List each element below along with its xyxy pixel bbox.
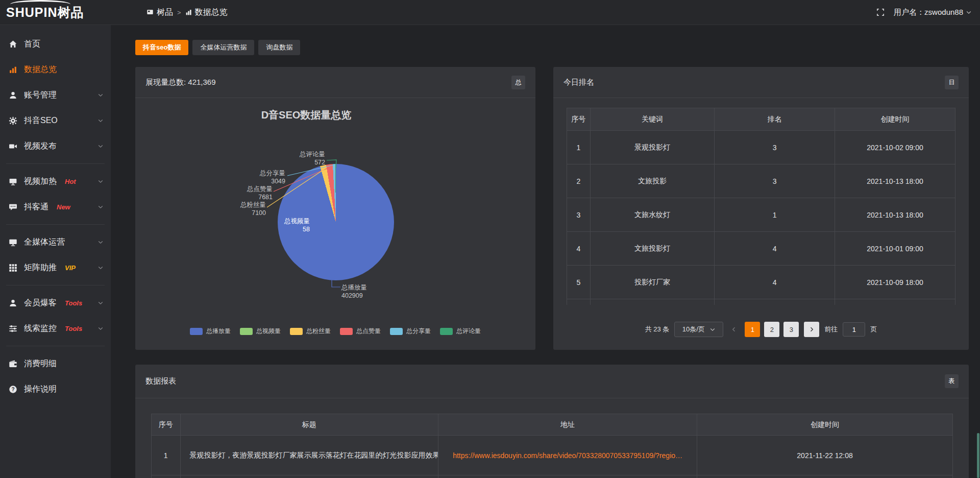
tab-1[interactable]: 全媒体运营数据 (192, 40, 254, 55)
gear-icon (9, 116, 17, 125)
chevron-down-icon (97, 325, 104, 331)
sidebar-divider (6, 224, 105, 225)
table-cell: 4 (567, 232, 591, 266)
sidebar-item-account-management[interactable]: 账号管理 (0, 82, 111, 108)
page-button-3[interactable]: 3 (783, 322, 799, 337)
monitor-icon (9, 238, 17, 247)
legend-swatch (240, 328, 253, 335)
overview-panel: 展现量总数: 421,369 总 D音SEO数据量总览 总评论量572 总分享量… (135, 67, 535, 350)
column-header: 标题 (180, 414, 438, 436)
table-cell: 1 (567, 131, 591, 164)
column-header: 创建时间 (835, 108, 955, 131)
legend-item-2[interactable]: 总粉丝量 (285, 327, 335, 336)
legend-swatch (190, 328, 203, 335)
chevron-down-icon (97, 300, 104, 306)
sidebar-item-data-overview[interactable]: 数据总览 (0, 57, 111, 82)
table-cell: 2021-10-02 09:00 (835, 131, 955, 164)
chevron-down-icon (97, 117, 104, 124)
table-badge-button[interactable]: 表 (945, 374, 959, 388)
table-cell: 文旅投影灯 (590, 232, 715, 266)
breadcrumb-current[interactable]: 数据总览 (185, 7, 228, 18)
sidebar-item-matrix-boost[interactable]: 矩阵助推VIP (0, 255, 111, 280)
sidebar-item-douketong[interactable]: 抖客通New (0, 194, 111, 220)
question-icon: ? (9, 385, 17, 394)
table-cell: 文旅投影 (590, 164, 715, 198)
user-menu[interactable]: 用户名：zswodun88 (894, 8, 972, 17)
table-cell: 2021-11-22 12:08 (697, 436, 953, 475)
breadcrumb-separator: > (177, 9, 181, 16)
table-header-row: 序号关键词排名创建时间 (567, 108, 955, 131)
sidebar-item-all-media-operation[interactable]: 全媒体运营 (0, 229, 111, 255)
table-row: 1景观投影灯，夜游景观投影灯厂家展示展示落花灯在花园里的灯光投影应用效果 #ht… (152, 436, 953, 475)
bar-chart-icon (185, 9, 192, 16)
page-size-select[interactable]: 10条/页 (674, 322, 723, 337)
sidebar-item-label: 数据总览 (24, 64, 57, 75)
legend-item-0[interactable]: 总播放量 (185, 327, 235, 336)
sidebar-item-home[interactable]: 首页 (0, 31, 111, 57)
sidebar-item-member-burst[interactable]: 会员爆客Tools (0, 290, 111, 316)
next-page-button[interactable] (804, 322, 819, 337)
breadcrumb: 树品 > 数据总览 (146, 7, 228, 18)
tab-2[interactable]: 询盘数据 (258, 40, 300, 55)
table-cell: 3 (567, 198, 591, 232)
scrollbar-thumb[interactable] (977, 433, 979, 478)
tab-0[interactable]: 抖音seo数据 (135, 40, 188, 55)
sidebar-menu: 首页数据总览账号管理抖音SEO视频发布视频加热Hot抖客通New全媒体运营矩阵助… (0, 31, 111, 402)
sidebar-item-label: 抖音SEO (24, 115, 58, 126)
table-cell: 4 (715, 232, 835, 266)
report-panel-header: 数据报表 表 (135, 365, 969, 398)
sidebar-item-douyin-seo[interactable]: 抖音SEO (0, 108, 111, 133)
sidebar-item-operation-guide[interactable]: ?操作说明 (0, 376, 111, 402)
day-badge-button[interactable]: 日 (945, 76, 959, 89)
chat-icon (9, 203, 17, 211)
column-header: 创建时间 (697, 414, 953, 436)
ranking-table-wrap: 序号关键词排名创建时间1景观投影灯32021-10-02 09:002文旅投影3… (567, 108, 955, 305)
ranking-panel-header: 今日排名 日 (553, 67, 969, 98)
sidebar-item-badge: Hot (65, 178, 76, 185)
report-link[interactable]: https://www.iesdouyin.com/share/video/70… (438, 436, 697, 475)
prev-page-button[interactable] (728, 326, 740, 332)
sidebar-item-consumption-detail[interactable]: 消费明细 (0, 351, 111, 376)
goto-label: 前往 (824, 325, 838, 334)
sidebar-item-clue-monitor[interactable]: 线索监控Tools (0, 316, 111, 341)
pie-chart-area: D音SEO数据量总览 总评论量572 总分享量3049 总点赞量7681 (135, 98, 535, 349)
table-row: 4文旅投影灯42021-10-01 09:00 (567, 232, 955, 266)
pie-label-videos: 总视频量58 (284, 217, 310, 233)
sidebar-item-label: 账号管理 (24, 90, 57, 101)
page-button-1[interactable]: 1 (745, 322, 760, 337)
home-icon (9, 40, 17, 49)
screen-icon (9, 177, 17, 186)
legend-item-3[interactable]: 总点赞量 (335, 327, 385, 336)
legend-swatch (340, 328, 353, 335)
sidebar-divider (6, 285, 105, 285)
wallet-icon (9, 360, 17, 368)
breadcrumb-root[interactable]: 树品 (146, 7, 173, 18)
fullscreen-icon[interactable] (876, 8, 885, 16)
pie-label-plays: 总播放量402909 (341, 283, 367, 300)
legend-item-4[interactable]: 总分享量 (385, 327, 435, 336)
table-cell: 投影灯厂家 (590, 266, 715, 299)
table-row: 3文旅水纹灯12021-10-13 18:00 (567, 198, 955, 232)
legend-item-1[interactable]: 总视频量 (235, 327, 285, 336)
chevron-down-icon (966, 9, 972, 15)
legend-label: 总视频量 (256, 327, 281, 336)
table-row-cut (152, 475, 953, 478)
sidebar-item-video-publish[interactable]: 视频发布 (0, 133, 111, 159)
panels-row: 展现量总数: 421,369 总 D音SEO数据量总览 总评论量572 总分享量… (135, 67, 969, 350)
table-cell: 4 (715, 266, 835, 299)
sidebar-item-video-heating[interactable]: 视频加热Hot (0, 169, 111, 194)
goto-page-input[interactable] (843, 322, 865, 337)
data-tabs: 抖音seo数据全媒体运营数据询盘数据 (135, 40, 969, 55)
table-cell: 2 (567, 164, 591, 198)
total-badge-button[interactable]: 总 (511, 76, 525, 89)
page-button-2[interactable]: 2 (764, 322, 779, 337)
legend-label: 总分享量 (406, 327, 431, 336)
table-row-cut (567, 299, 955, 305)
sidebar-divider (6, 163, 105, 164)
legend-item-5[interactable]: 总评论量 (435, 327, 485, 336)
app-logo: SHUPIN树品 (0, 4, 111, 21)
sidebar-item-label: 操作说明 (24, 384, 57, 395)
svg-text:?: ? (11, 387, 14, 392)
sidebar-item-label: 首页 (24, 39, 40, 50)
pie-label-likes: 总点赞量7681 (247, 185, 273, 201)
